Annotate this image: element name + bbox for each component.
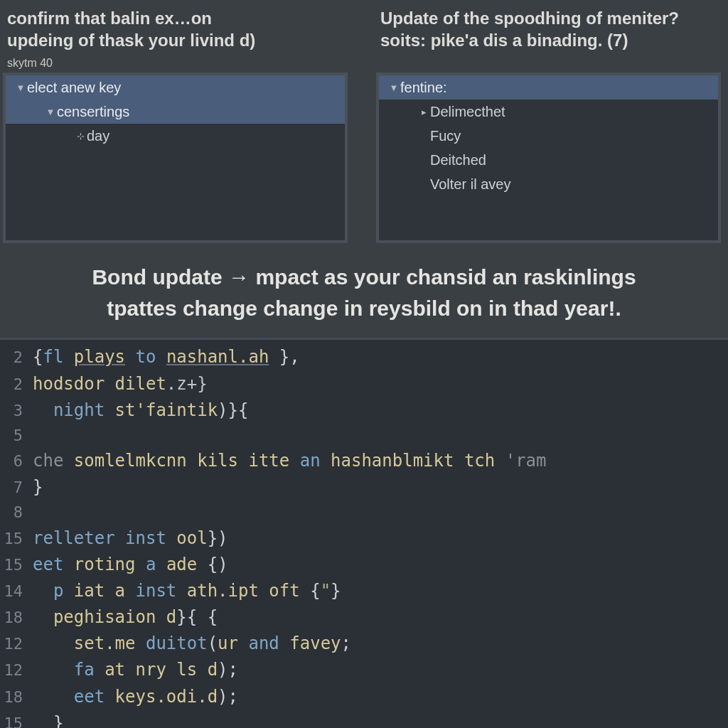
code-line[interactable]: 2{fl plays to nashanl.ah }, — [0, 344, 728, 370]
right-spacer — [376, 57, 721, 70]
tree-item[interactable]: Volter il avey — [379, 172, 718, 196]
chevron-down-icon[interactable]: ▼ — [14, 82, 27, 93]
line-number: 6 — [0, 449, 33, 473]
tree-item-label: Fucy — [430, 128, 461, 144]
plus-icon[interactable]: ⊹ — [74, 131, 87, 141]
right-header: Update of the spoodhing of meniter? soit… — [376, 7, 721, 57]
line-number: 14 — [0, 579, 33, 604]
tree-item[interactable]: Fucy — [379, 124, 718, 148]
code-line[interactable]: 2hodsdor dilet.z+} — [0, 371, 728, 397]
code-line[interactable]: 8 — [0, 500, 728, 525]
line-number: 12 — [0, 658, 33, 682]
code-content: fa at nry ls d); — [33, 657, 238, 683]
left-title-line2: updeing of thask your livind d) — [7, 31, 255, 50]
code-line[interactable]: 18 peghisaion d}{ { — [0, 604, 728, 631]
line-number: 18 — [0, 685, 33, 710]
line-number: 15 — [0, 553, 33, 577]
code-content: peghisaion d}{ { — [33, 604, 218, 631]
chevron-down-icon[interactable]: ▼ — [44, 107, 57, 117]
code-line[interactable]: 15eet roting a ade {) — [0, 552, 728, 578]
code-content: hodsdor dilet.z+} — [33, 371, 208, 397]
line-number: 2 — [0, 373, 33, 397]
tree-item[interactable]: ▼ fentine: — [379, 75, 718, 100]
tree-item-label: Volter il avey — [430, 176, 510, 193]
tree-item[interactable]: ⊹ day — [6, 124, 345, 148]
code-line[interactable]: 15 } — [0, 710, 728, 728]
code-content: eet keys.odi.d); — [33, 684, 238, 710]
line-number: 7 — [0, 476, 33, 500]
code-line[interactable]: 7} — [0, 474, 728, 500]
line-number: 2 — [0, 346, 33, 370]
code-editor[interactable]: 2{fl plays to nashanl.ah },2hodsdor dile… — [0, 338, 728, 728]
tree-item-label: Deitched — [430, 152, 486, 168]
right-column: Update of the spoodhing of meniter? soit… — [376, 7, 721, 243]
right-tree-panel[interactable]: ▼ fentine:▸ Delimecthet Fucy Deitched Vo… — [376, 73, 721, 243]
code-content: {fl plays to nashanl.ah }, — [33, 344, 300, 370]
code-line[interactable]: 14 p iat a inst ath.ipt oft {"} — [0, 578, 728, 604]
code-line[interactable]: 18 eet keys.odi.d); — [0, 684, 728, 710]
middle-banner: Bond update → mpact as your chansid an r… — [0, 243, 728, 338]
chevron-down-icon[interactable]: ▼ — [387, 82, 400, 93]
right-title-line1: Update of the spoodhing of meniter? — [380, 9, 679, 28]
line-number: 3 — [0, 399, 33, 423]
tree-item-label: censertings — [57, 104, 129, 120]
right-title-line2: soits: pike'a dis a binading. (7) — [380, 31, 628, 50]
tree-item-label: fentine: — [400, 80, 447, 96]
line-number: 5 — [0, 424, 33, 448]
code-content: eet roting a ade {) — [33, 552, 228, 578]
code-line[interactable]: 12 set.me duitot(ur and favey; — [0, 631, 728, 657]
line-number: 18 — [0, 606, 33, 630]
left-title-line1: confirm that balin ex…on — [7, 9, 212, 28]
code-line[interactable]: 6che somlelmkcnn kils itte an hashanblmi… — [0, 448, 728, 474]
line-number: 12 — [0, 632, 33, 656]
banner-line1: Bond update → mpact as your chansid an r… — [28, 262, 700, 293]
code-content: night st'faintik)}{ — [33, 397, 248, 424]
left-tree-panel[interactable]: ▼ elect anew key▼ censertings⊹ day — [3, 73, 348, 243]
tree-item-label: day — [87, 128, 109, 144]
left-header: confirm that balin ex…on updeing of thas… — [3, 7, 348, 57]
left-column: confirm that balin ex…on updeing of thas… — [3, 7, 348, 243]
code-line[interactable]: 12 fa at nry ls d); — [0, 657, 728, 683]
banner-line2: tpattes change change in reysbild on in … — [28, 293, 700, 324]
line-number: 15 — [0, 527, 33, 551]
code-content: relleter inst ool}) — [33, 525, 228, 552]
line-number: 8 — [0, 500, 33, 525]
left-sublabel: skytm 40 — [3, 57, 348, 70]
code-line[interactable]: 5 — [0, 424, 728, 448]
tree-item-label: Delimecthet — [430, 104, 505, 120]
code-content: p iat a inst ath.ipt oft {"} — [33, 578, 341, 604]
tree-item[interactable]: ▼ censertings — [6, 100, 345, 124]
code-content: } — [33, 710, 63, 728]
chevron-right-icon[interactable]: ▸ — [417, 107, 430, 117]
code-content: set.me duitot(ur and favey; — [33, 631, 351, 657]
top-row: confirm that balin ex…on updeing of thas… — [0, 0, 728, 243]
line-number: 15 — [0, 712, 33, 728]
code-line[interactable]: 15relleter inst ool}) — [0, 525, 728, 552]
tree-item[interactable]: ▸ Delimecthet — [379, 100, 718, 124]
tree-item-label: elect anew key — [27, 80, 121, 96]
tree-item[interactable]: ▼ elect anew key — [6, 75, 345, 100]
code-content: che somlelmkcnn kils itte an hashanblmik… — [33, 448, 547, 474]
code-line[interactable]: 3 night st'faintik)}{ — [0, 397, 728, 424]
tree-item[interactable]: Deitched — [379, 148, 718, 172]
code-content: } — [33, 474, 43, 500]
